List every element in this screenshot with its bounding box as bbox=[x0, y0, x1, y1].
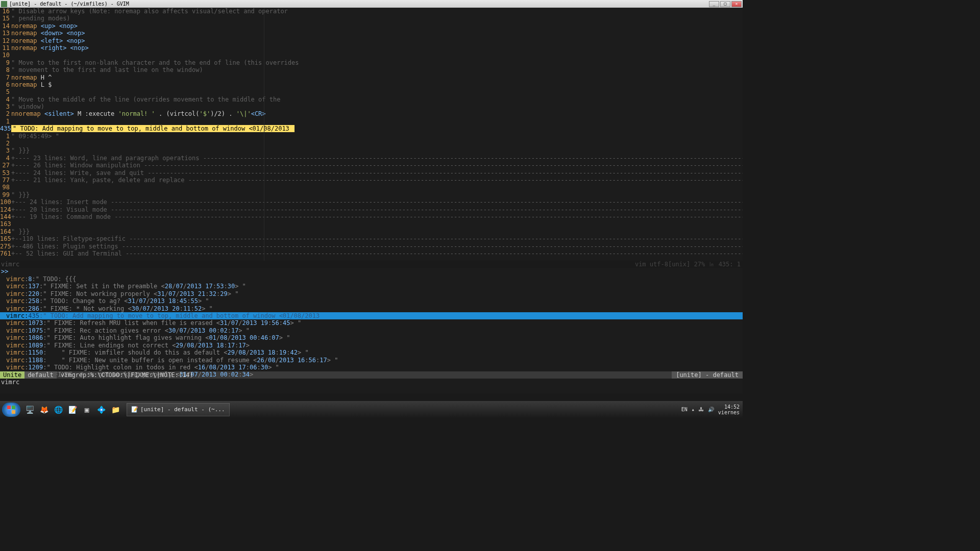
editor-line[interactable]: 5 bbox=[0, 88, 743, 95]
editor-line[interactable]: 1 bbox=[0, 118, 743, 125]
line-number: 77 bbox=[0, 177, 11, 184]
editor-line[interactable]: 77+---- 21 lines: Yank, paste, delete an… bbox=[0, 177, 743, 184]
unite-candidate[interactable]: vimrc:1150: " FIXME: vimfiler should do … bbox=[0, 349, 743, 356]
editor-line[interactable]: 4" Move to the middle of the line (overr… bbox=[0, 96, 743, 103]
editor-line[interactable]: 8" movement to the first and last line o… bbox=[0, 66, 743, 73]
line-number: 15 bbox=[0, 15, 11, 22]
explorer-icon[interactable]: 🖥️ bbox=[23, 403, 36, 416]
close-button[interactable]: ✕ bbox=[731, 1, 742, 7]
editor-line[interactable]: 144+--- 19 lines: Command mode ---------… bbox=[0, 213, 743, 220]
editor-line[interactable]: 3" }}} bbox=[0, 147, 743, 154]
color-column bbox=[264, 8, 264, 261]
line-content: noremap H ^ bbox=[11, 74, 743, 81]
unite-candidate-list[interactable]: vimrc:8:" TODO: {{{vimrc:137:" FIXME: Se… bbox=[0, 276, 743, 371]
minimize-button[interactable]: _ bbox=[709, 1, 719, 7]
unite-candidate[interactable]: vimrc:1089:" FIXME: Line endings not cor… bbox=[0, 342, 743, 349]
buffer-name: vimrc bbox=[1, 261, 19, 268]
line-number: 27 bbox=[0, 162, 11, 169]
unite-candidate[interactable]: vimrc:137:" FIXME: Set it in the preambl… bbox=[0, 283, 743, 290]
status-right: vim utf-8[unix] 27% ㏑ 435: 1 bbox=[635, 261, 741, 268]
editor-line[interactable]: 165+--110 lines: Filetype-specific -----… bbox=[0, 235, 743, 242]
unite-prompt[interactable]: >> bbox=[0, 268, 743, 275]
unite-candidate[interactable]: vimrc:258:" TODO: Change to ag? <31/07/2… bbox=[0, 297, 743, 305]
unite-candidate[interactable]: vimrc:1073:" FIXME: Refresh MRU list whe… bbox=[0, 319, 743, 327]
browser-icon[interactable]: 🌐 bbox=[52, 403, 65, 416]
editor-line[interactable]: 99" }}} bbox=[0, 191, 743, 198]
line-number: 4 bbox=[0, 155, 11, 162]
line-content: " movement to the first and last line on… bbox=[11, 66, 743, 73]
unite-status-right: [unite] - default bbox=[672, 371, 743, 379]
terminal-icon[interactable]: ▣ bbox=[80, 403, 93, 416]
line-number: 14 bbox=[0, 22, 11, 30]
line-content: " Move to the first non-blank character … bbox=[11, 59, 743, 66]
editor-line[interactable]: 2nnoremap <silent> M :execute 'normal! '… bbox=[0, 110, 743, 117]
editor-line[interactable]: 100+--- 24 lines: Insert mode ----------… bbox=[0, 198, 743, 206]
start-button[interactable] bbox=[2, 403, 20, 417]
firefox-icon[interactable]: 🦊 bbox=[37, 403, 51, 416]
folder-icon[interactable]: 📁 bbox=[109, 403, 122, 416]
line-content: noremap <down> <nop> bbox=[11, 30, 743, 37]
line-content: +--110 lines: Filetype-specific --------… bbox=[11, 235, 743, 242]
tray-icon-1[interactable]: ▴ bbox=[692, 407, 695, 412]
editor-pane[interactable]: 16" Disable arrow keys (Note: noremap al… bbox=[0, 8, 743, 261]
line-content: nnoremap <silent> M :execute 'normal! ' … bbox=[11, 110, 743, 117]
app-icon-2[interactable]: 💠 bbox=[94, 403, 108, 416]
editor-line[interactable]: 14noremap <up> <nop> bbox=[0, 22, 743, 30]
editor-line[interactable]: 16" Disable arrow keys (Note: noremap al… bbox=[0, 8, 743, 15]
command-line[interactable]: vimrc bbox=[0, 379, 743, 393]
clock-date: viernes bbox=[718, 410, 740, 415]
editor-line[interactable]: 7noremap H ^ bbox=[0, 74, 743, 81]
line-content: " }}} bbox=[11, 191, 743, 198]
editor-line[interactable]: 9" Move to the first non-blank character… bbox=[0, 59, 743, 66]
volume-icon[interactable]: 🔊 bbox=[708, 407, 714, 412]
line-content: " pending modes) bbox=[11, 15, 743, 22]
editor-line[interactable]: 4+---- 23 lines: Word, line and paragrap… bbox=[0, 155, 743, 162]
line-content: " }}} bbox=[11, 228, 743, 235]
unite-candidate[interactable]: vimrc:220:" FIXME: Not working properly … bbox=[0, 290, 743, 297]
line-content: " 09:45:49> " bbox=[11, 133, 743, 140]
system-tray[interactable]: EN ▴ 🖧 🔊 14:52 viernes bbox=[681, 404, 743, 415]
unite-candidate[interactable]: vimrc:1075:" FIXME: Rec action gives err… bbox=[0, 327, 743, 334]
maximize-button[interactable]: □ bbox=[720, 1, 730, 7]
line-content: noremap <up> <nop> bbox=[11, 22, 743, 30]
editor-line[interactable]: 10 bbox=[0, 52, 743, 59]
unite-status-text: vimgrep:%:\CTODO:\|FIXME:\|NOTE:(14) bbox=[57, 371, 193, 379]
clock[interactable]: 14:52 viernes bbox=[718, 404, 740, 415]
network-icon[interactable]: 🖧 bbox=[699, 407, 704, 412]
unite-statusline: Unite default vimgrep:%:\CTODO:\|FIXME:\… bbox=[0, 371, 743, 379]
taskbar-task[interactable]: 📝 [unite] - default - (~... bbox=[127, 403, 230, 416]
app-icon bbox=[1, 1, 7, 7]
editor-line[interactable]: 275+--486 lines: Plugin settings -------… bbox=[0, 243, 743, 250]
unite-candidate[interactable]: vimrc:286:" FIXME: * Not working <30/07/… bbox=[0, 305, 743, 312]
unite-candidate[interactable]: vimrc:1086:" FIXME: Auto highlight flag … bbox=[0, 334, 743, 341]
editor-line[interactable]: 6noremap L $ bbox=[0, 81, 743, 88]
editor-line[interactable]: 11noremap <right> <nop> bbox=[0, 44, 743, 52]
editor-line[interactable]: 1" 09:45:49> " bbox=[0, 133, 743, 140]
gvim-icon[interactable]: 📝 bbox=[66, 403, 79, 416]
editor-line[interactable]: 98 bbox=[0, 184, 743, 191]
line-number: 98 bbox=[0, 184, 11, 191]
unite-candidate[interactable]: vimrc:1209:" TODO: Highlight colon in to… bbox=[0, 364, 743, 371]
editor-line[interactable]: 12noremap <left> <nop> bbox=[0, 37, 743, 44]
unite-source-chip: Unite bbox=[0, 371, 24, 379]
editor-line[interactable]: 164" }}} bbox=[0, 228, 743, 235]
editor-line[interactable]: 163 bbox=[0, 220, 743, 228]
line-number: 9 bbox=[0, 59, 11, 66]
editor-line[interactable]: 27+---- 26 lines: Window manipulation --… bbox=[0, 162, 743, 169]
language-indicator[interactable]: EN bbox=[681, 407, 688, 412]
unite-candidate[interactable]: vimrc:1188: " FIXME: New unite buffer is… bbox=[0, 357, 743, 364]
editor-line[interactable]: 3" window) bbox=[0, 103, 743, 110]
editor-line[interactable]: 124+--- 20 lines: Visual mode ----------… bbox=[0, 206, 743, 213]
line-content: +--- 19 lines: Command mode ------------… bbox=[11, 213, 743, 220]
editor-line[interactable]: 53+---- 24 lines: Write, save and quit -… bbox=[0, 169, 743, 177]
editor-line[interactable]: 15" pending modes) bbox=[0, 15, 743, 22]
editor-line[interactable]: 761+-- 52 lines: GUI and Terminal ------… bbox=[0, 250, 743, 257]
unite-candidate[interactable]: vimrc:8:" TODO: {{{ bbox=[0, 276, 743, 283]
editor-line[interactable]: 2 bbox=[0, 140, 743, 147]
taskbar-task-label: [unite] - default - (~... bbox=[140, 406, 225, 413]
editor-line[interactable]: 435" TODO: Add mapping to move to top, m… bbox=[0, 125, 743, 132]
unite-candidate[interactable]: vimrc:435:" TODO: Add mapping to move to… bbox=[0, 312, 743, 319]
line-number: 7 bbox=[0, 74, 11, 81]
editor-line[interactable]: 13noremap <down> <nop> bbox=[0, 30, 743, 37]
line-content: noremap L $ bbox=[11, 81, 743, 88]
